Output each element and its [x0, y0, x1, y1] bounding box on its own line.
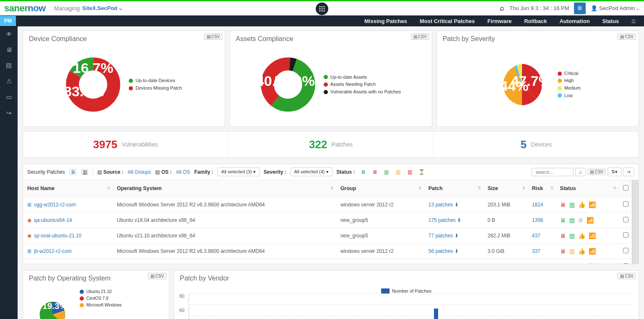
bar-chart-vendor[interactable]: 80 60 40: [174, 293, 639, 319]
donut-chart-assets[interactable]: 55.6% 40.5%: [261, 57, 315, 112]
nav-link[interactable]: Missing Patches: [364, 18, 407, 24]
row-checkbox[interactable]: [623, 201, 628, 207]
pie-chart-severity[interactable]: 47.7% 44%: [495, 57, 549, 112]
pie-chart-os[interactable]: 19.3%: [29, 291, 75, 319]
csv-export-button[interactable]: ▤CSV: [411, 33, 429, 40]
col-header[interactable]: Risk⇅: [528, 180, 556, 197]
svg-point-7: [322, 10, 323, 12]
legend-item[interactable]: Assets Needing Patch: [324, 81, 401, 88]
legend-item[interactable]: Critical: [558, 70, 581, 77]
columns-button[interactable]: ⇅▾: [608, 167, 621, 176]
group-cell: new_group5: [336, 228, 424, 244]
nav-link[interactable]: Status: [602, 18, 619, 24]
row-checkbox[interactable]: [623, 248, 628, 253]
host-link[interactable]: ◉ sp-oval-ubuntu-21.10: [27, 233, 109, 239]
monitor-filter-icon[interactable]: 🖥: [70, 169, 76, 175]
table-row: ◉ sp-oval-ubuntu-21.10 Ubuntu v21.10 arc…: [23, 228, 639, 244]
search-icon[interactable]: ⌕: [500, 4, 504, 13]
scrollbar[interactable]: [632, 180, 639, 264]
legend-item[interactable]: Microsoft Windows: [80, 302, 122, 309]
os-value[interactable]: All OS: [176, 169, 190, 175]
col-header[interactable]: Size⇅: [483, 180, 528, 197]
export-button[interactable]: ➜: [623, 167, 634, 176]
csv-export-button[interactable]: ▤CSV: [204, 33, 223, 40]
document-icon[interactable]: ▤: [6, 62, 12, 69]
patch-link[interactable]: 77 patches ⬇: [428, 233, 459, 239]
select-all-checkbox[interactable]: [623, 185, 628, 190]
card-title: Patch by Vendor: [174, 270, 639, 286]
legend-item[interactable]: Ubuntu 21.10: [80, 288, 122, 295]
risk-link[interactable]: 437: [532, 233, 540, 239]
legend-item[interactable]: Low: [558, 92, 581, 100]
settings-gear-icon[interactable]: ⚙: [574, 3, 586, 14]
apps-grid-icon[interactable]: [316, 3, 328, 15]
legend-item[interactable]: Devices Missing Patch: [129, 85, 182, 92]
risk-link[interactable]: 337: [532, 248, 540, 254]
legend-item[interactable]: High: [558, 77, 581, 85]
table-row: ⬨ sp-centos-7-x64 CentOS v7.8 architectu…: [23, 259, 639, 264]
nav-link[interactable]: Firmware: [487, 18, 512, 24]
book-icon[interactable]: ▭: [6, 93, 12, 101]
legend-item[interactable]: Up-to-date Devices: [129, 77, 182, 85]
severity-select[interactable]: All selected (4) ▾: [291, 167, 332, 176]
csv-export-button[interactable]: ▤CSV: [587, 169, 606, 175]
col-header[interactable]: Group⇅: [336, 180, 424, 197]
card-title: Patch by Severity: [437, 31, 639, 47]
col-header[interactable]: Host Name⇅: [23, 180, 113, 197]
site-selector[interactable]: SiteX.SecPod ⌵: [82, 5, 122, 11]
eye-icon[interactable]: 👁: [6, 31, 12, 38]
source-value[interactable]: All Groups: [127, 169, 151, 175]
card-patch-by-vendor: Patch by Vendor ▤CSV Number of Patches 8…: [174, 270, 639, 319]
col-header[interactable]: Status⇅: [556, 180, 619, 197]
row-checkbox[interactable]: [623, 217, 628, 222]
status-filter-hourglass[interactable]: ⏳: [418, 169, 425, 175]
legend-item[interactable]: Medium: [558, 85, 581, 92]
csv-export-button[interactable]: ▤CSV: [618, 33, 636, 40]
patch-link[interactable]: 175 patches ⬇: [428, 217, 462, 223]
row-checkbox[interactable]: [623, 232, 628, 238]
nav-link[interactable]: Rollback: [524, 18, 547, 24]
nav-link[interactable]: Most Critical Patches: [420, 18, 475, 24]
col-header[interactable]: Operating System⇅: [113, 180, 336, 197]
row-checkbox[interactable]: [623, 263, 628, 264]
status-filter-red[interactable]: 🖥: [371, 169, 378, 175]
patch-link[interactable]: 56 patches ⬇: [428, 248, 459, 254]
status-filter-srv-green[interactable]: ▥: [383, 169, 390, 175]
csv-export-button[interactable]: ▤CSV: [618, 273, 636, 279]
logo[interactable]: sanernow: [4, 3, 46, 14]
status-icons: 🖥▥👍📶: [560, 248, 615, 255]
svg-point-4: [322, 8, 323, 10]
chevron-down-icon: ⌵: [636, 5, 640, 11]
server-filter-icon[interactable]: ▥: [81, 169, 88, 175]
host-link[interactable]: ⊞ jb-w2012-r2-com: [27, 248, 109, 254]
status-filter-srv-red[interactable]: ▥: [407, 169, 413, 175]
patches-table-panel: Security Patches 🖥 ▥ ▤ Source : All Grou…: [23, 164, 639, 264]
host-link[interactable]: ◉ qa-ubuntux64-14: [27, 217, 109, 223]
nav-link[interactable]: Automation: [559, 18, 589, 24]
group-cell: windows server 2012 r2: [336, 244, 424, 259]
logout-icon[interactable]: ↪: [6, 109, 12, 117]
user-menu[interactable]: 👤 SecPod Admin ⌵: [591, 5, 640, 11]
monitor-icon[interactable]: 🖥: [6, 46, 12, 53]
stat-patches[interactable]: 322 Patches: [229, 131, 434, 157]
search-button[interactable]: ⌕: [575, 168, 586, 176]
alert-icon[interactable]: ⚠: [6, 77, 12, 85]
legend-item[interactable]: Up-to-date Assets: [324, 74, 401, 81]
stat-vulnerabilities[interactable]: 3975 Vulnerabilities: [23, 131, 229, 157]
legend-item[interactable]: CentOS 7.8: [80, 295, 122, 302]
patches-table: Host Name⇅Operating System⇅Group⇅Patch⇅S…: [23, 180, 639, 264]
family-select[interactable]: All selected (3) ▾: [218, 167, 260, 176]
status-filter-green[interactable]: 🖥: [360, 169, 366, 175]
risk-link[interactable]: 1824: [532, 202, 543, 208]
search-input[interactable]: [532, 168, 574, 176]
home-icon[interactable]: ⌂: [631, 17, 636, 25]
stat-devices[interactable]: 5 Devices: [434, 131, 639, 157]
legend-item[interactable]: Vulnerable Assets with no Patches: [324, 88, 401, 96]
donut-chart-device[interactable]: 16.7% 83.3%: [66, 57, 120, 112]
patch-link[interactable]: 13 patches ⬇: [428, 202, 459, 208]
col-header[interactable]: Patch⇅: [424, 180, 483, 197]
host-link[interactable]: ⊞ vgg-w2012-r2-com: [27, 202, 109, 208]
status-filter-srv-orange[interactable]: ▥: [395, 169, 402, 175]
risk-link[interactable]: 1356: [532, 217, 543, 223]
csv-export-button[interactable]: ▤CSV: [148, 273, 166, 279]
